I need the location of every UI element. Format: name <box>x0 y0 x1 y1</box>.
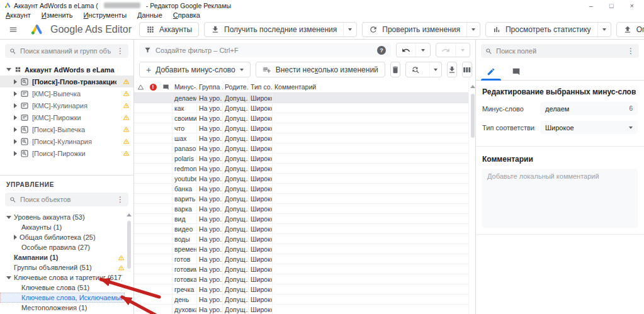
redo-button[interactable] <box>436 43 455 57</box>
negative-keyword-row[interactable]: polarisНа уро...Допущ...Широкое <box>134 154 468 164</box>
chevron-down-icon[interactable] <box>6 216 11 219</box>
negative-keyword-row[interactable]: варкаНа уро...Допущ...Широкое <box>134 204 468 214</box>
negative-keyword-row[interactable]: готовНа уро...Допущ...Широкое <box>134 254 468 264</box>
management-scrollbar[interactable] <box>126 212 132 313</box>
management-item[interactable]: Уровень аккаунта (53) <box>0 212 125 222</box>
column-header-negative[interactable]: Минус-... <box>172 81 197 93</box>
add-negative-keyword-button[interactable]: + Добавить минус-слово <box>139 62 251 77</box>
management-item[interactable]: Ключевые слова, Исключаемый критерий <box>0 293 125 303</box>
dropdown-button[interactable] <box>343 23 356 36</box>
negative-keyword-row[interactable]: делаемНа уро...Допущ...Широкое <box>134 93 468 103</box>
bulk-edit-button[interactable]: Внести несколько изменений <box>256 62 385 77</box>
chevron-right-icon[interactable] <box>14 79 17 84</box>
more-vert-icon[interactable]: ⋮ <box>115 47 126 55</box>
minus-word-input[interactable]: делаем 6 <box>540 102 638 115</box>
negative-keyword-row[interactable]: своимиНа уро...Допущ...Широкое <box>134 113 468 123</box>
negative-keyword-row[interactable]: времениНа уро...Допущ...Широкое <box>134 244 468 254</box>
chevron-right-icon[interactable] <box>14 103 17 108</box>
warning-column-icon[interactable] <box>134 81 147 93</box>
object-search-input[interactable]: Поиск объектов ⋮ <box>5 193 128 206</box>
menu-item[interactable]: Данные <box>137 11 162 19</box>
help-icon[interactable]: ? <box>377 46 386 55</box>
tab-comments[interactable] <box>504 64 529 80</box>
column-header-parent[interactable]: Родите... <box>223 81 249 93</box>
menu-item[interactable]: Справка <box>173 11 200 19</box>
hamburger-menu-icon[interactable] <box>5 25 21 34</box>
campaign-item[interactable]: [Поиск]-Выпечка <box>0 123 133 135</box>
management-item[interactable]: Аккаунты (1) <box>0 222 125 232</box>
negative-keyword-row[interactable]: готовимНа уро...Допущ...Широкое <box>134 264 468 274</box>
tab-edit[interactable] <box>478 64 504 80</box>
negative-keyword-row[interactable]: духовкаНа уро...Допущ...Широкое <box>134 305 468 314</box>
management-item[interactable]: Местоположения (1) <box>0 303 125 313</box>
chevron-right-icon[interactable] <box>14 115 17 120</box>
negative-keyword-row[interactable]: какНа уро...Допущ...Широкое <box>134 103 468 113</box>
maximize-icon[interactable]: □ <box>609 1 614 10</box>
comment-column-icon[interactable] <box>159 81 172 93</box>
error-column-icon[interactable]: ! <box>147 81 159 93</box>
redo-dropdown-button[interactable] <box>455 43 470 57</box>
negative-keyword-row[interactable]: видеоНа уро...Допущ...Широкое <box>134 224 468 234</box>
chevron-right-icon[interactable] <box>14 139 17 144</box>
menu-item[interactable]: Аккаунт <box>6 11 31 19</box>
management-item[interactable]: Ключевые слова (51) <box>0 283 125 293</box>
chevron-right-icon[interactable] <box>14 151 17 156</box>
negative-keyword-row[interactable]: youtubeНа уро...Допущ...Широкое <box>134 174 468 184</box>
table-scrollbar[interactable] <box>468 81 475 314</box>
chevron-right-icon[interactable] <box>14 127 17 132</box>
chart-toolbar-button[interactable]: Просмотреть статистику <box>485 22 611 37</box>
scrollbar-thumb[interactable] <box>127 221 131 269</box>
scroll-up-icon[interactable] <box>127 213 132 216</box>
management-item[interactable]: Общая библиотека (25) <box>0 232 125 242</box>
chevron-right-icon[interactable] <box>14 235 17 240</box>
close-icon[interactable]: × <box>630 1 634 10</box>
campaign-item[interactable]: [КМС]-Выпечка <box>0 87 133 99</box>
minimize-icon[interactable]: – <box>589 1 593 10</box>
negative-keyword-row[interactable]: водыНа уро...Допущ...Широкое <box>134 234 468 244</box>
chevron-right-icon[interactable] <box>14 91 17 96</box>
undo-dropdown-button[interactable] <box>415 43 430 57</box>
menu-item[interactable]: Изменить <box>42 11 73 19</box>
campaign-search-input[interactable]: Поиск кампаний и групп объявлений ⋮ <box>5 44 128 58</box>
negative-keyword-row[interactable]: чтоНа уро...Допущ...Широкое <box>134 123 468 133</box>
find-replace-dropdown-button[interactable] <box>429 62 441 77</box>
export-button[interactable] <box>447 62 457 77</box>
download-toolbar-button[interactable]: Получить последние изменения <box>204 22 357 37</box>
campaign-item[interactable]: [КМС]-Пирожки <box>0 111 133 123</box>
refresh-toolbar-button[interactable]: Проверить изменения <box>362 22 480 37</box>
campaign-item[interactable]: [КМС]-Кулинария <box>0 99 133 111</box>
campaign-item[interactable]: [Поиск]-Плов-транзакционные <box>0 76 133 87</box>
dropdown-button[interactable] <box>466 23 480 36</box>
comment-textarea[interactable]: Добавьте локальный комментарий <box>482 169 638 228</box>
filter-input[interactable]: Создайте фильтр – Ctrl+F ? <box>139 43 391 57</box>
match-type-select[interactable]: Широкое <box>540 121 638 134</box>
columns-button[interactable] <box>462 62 472 77</box>
campaign-item[interactable]: [Поиск]-Кулинария <box>0 135 133 147</box>
management-item[interactable]: Особые правила (27) <box>0 242 125 252</box>
negative-keyword-row[interactable]: redmondНа уро...Допущ...Широкое <box>134 164 468 174</box>
column-header-match-type[interactable]: Тип со... <box>249 81 273 93</box>
negative-keyword-row[interactable]: видНа уро...Допущ...Широкое <box>134 214 468 224</box>
column-header-group[interactable]: Группа ... <box>197 81 223 93</box>
negative-keyword-row[interactable]: гречкаНа уро...Допущ...Широкое <box>134 284 468 294</box>
negative-keyword-row[interactable]: шахНа уро...Допущ...Широкое <box>134 133 468 143</box>
negative-keyword-row[interactable]: готовкаНа уро...Допущ...Широкое <box>134 274 468 284</box>
account-root-item[interactable]: Аккаунт AdWords в eLama <box>0 64 133 76</box>
delete-button[interactable] <box>390 62 400 77</box>
undo-button[interactable] <box>397 43 415 57</box>
field-search-input[interactable]: Поиск полей ⋮ <box>481 44 639 58</box>
chevron-down-icon[interactable] <box>6 68 11 71</box>
campaign-item[interactable]: [Поиск]-Пирожки <box>0 147 133 159</box>
management-item[interactable]: Кампании (1) <box>0 252 125 262</box>
menu-item[interactable]: Инструменты <box>83 11 127 19</box>
scroll-up-icon[interactable] <box>470 85 475 88</box>
find-replace-button[interactable] <box>406 62 425 77</box>
upload-toolbar-button[interactable]: Опубликовать <box>616 22 644 37</box>
negative-keyword-row[interactable]: варитьНа уро...Допущ...Широкое <box>134 194 468 204</box>
dropdown-button[interactable] <box>597 23 611 36</box>
column-header-comment[interactable]: Комментарий <box>273 81 468 93</box>
scrollbar-thumb[interactable] <box>471 94 475 138</box>
chevron-down-icon[interactable] <box>6 276 11 279</box>
grid-toolbar-button[interactable]: Аккаунты <box>139 22 199 37</box>
management-item[interactable]: Ключевые слова и таргетинг (617) <box>0 272 125 283</box>
